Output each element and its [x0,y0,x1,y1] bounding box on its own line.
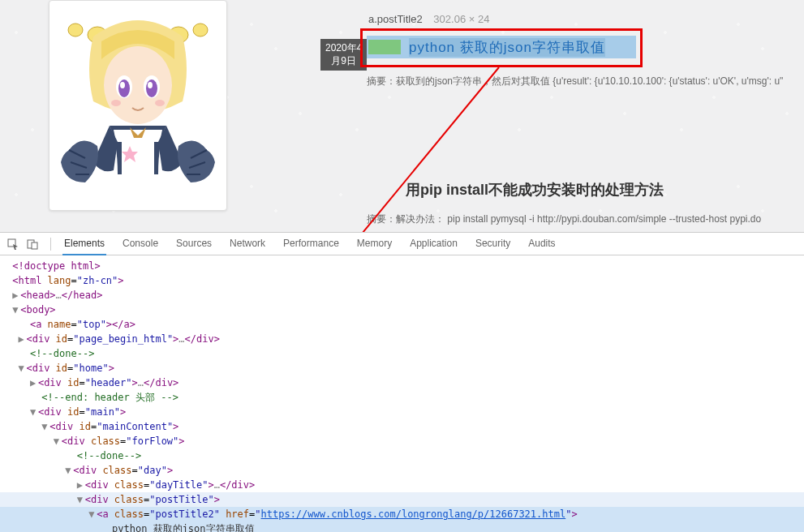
dom-day[interactable]: ▼<div class="day"> [0,463,804,478]
dom-header[interactable]: ▶<div id="header">…</div> [0,375,804,390]
devtools-toolbar: Elements Console Sources Network Perform… [0,233,804,255]
inspect-icon[interactable] [6,238,19,251]
dom-forflow[interactable]: ▼<div class="forFlow"> [0,434,804,448]
post2-title[interactable]: 用pip install不能成功安装时的处理方法 [406,180,664,200]
padding-overlay [368,40,401,54]
svg-point-6 [118,79,130,97]
tooltip-dimensions: 302.06 × 24 [433,13,489,25]
tab-security[interactable]: Security [474,233,512,255]
post-title-highlighted[interactable]: python 获取的json字符串取值 [367,36,636,58]
tab-elements[interactable]: Elements [62,233,106,255]
post1-title[interactable]: python 获取的json字符串取值 [409,38,605,57]
dom-home[interactable]: ▼<div id="home"> [0,361,804,375]
svg-point-12 [155,100,165,106]
tooltip-selector: a.postTitle2 [368,13,423,25]
svg-point-11 [111,100,121,106]
svg-point-3 [68,24,83,36]
tab-audits[interactable]: Audits [527,233,557,255]
dom-tree[interactable]: <!doctype html> <html lang="zh-cn"> ▶<he… [0,255,804,532]
dom-daytitle[interactable]: ▶<div class="dayTitle">…</div> [0,478,804,492]
svg-point-7 [120,82,125,88]
device-toggle-icon[interactable] [26,238,39,251]
dom-body[interactable]: ▼<body> [0,302,804,317]
inspector-tooltip: a.postTitle2 302.06 × 24 [368,13,489,25]
dom-a-top[interactable]: <a name="top"></a> [0,317,804,332]
tab-application[interactable]: Application [408,233,459,255]
devtools-tabs: Elements Console Sources Network Perform… [62,233,557,255]
post2-excerpt: 摘要：解决办法： pip install pymysql -i http://p… [367,212,761,226]
tab-memory[interactable]: Memory [355,233,393,255]
avatar-image [61,12,215,199]
svg-rect-18 [32,242,37,249]
dom-maincontent[interactable]: ▼<div id="mainContent"> [0,419,804,434]
dom-comment-done2[interactable]: <!--done--> [0,448,804,463]
dom-posttitle2-a[interactable]: ▼<a class="postTitle2" href="https://www… [0,507,804,521]
tab-performance[interactable]: Performance [282,233,341,255]
svg-point-4 [104,46,172,124]
tab-console[interactable]: Console [121,233,160,255]
tab-sources[interactable]: Sources [174,233,213,255]
dom-html[interactable]: <html lang="zh-cn"> [0,273,804,288]
svg-point-10 [148,82,153,88]
dom-posttitle[interactable]: ▼<div class="postTitle"> [0,492,804,507]
dom-main[interactable]: ▼<div id="main"> [0,405,804,419]
dom-head[interactable]: ▶<head>…</head> [0,288,804,302]
dom-a-text[interactable]: python 获取的json字符串取值 [0,521,804,532]
avatar-frame [49,0,227,211]
tab-network[interactable]: Network [228,233,267,255]
dom-doctype[interactable]: <!doctype html> [0,259,804,273]
divider [50,238,51,251]
date-line2: 月9日 [325,55,362,68]
svg-point-9 [146,79,157,97]
dom-page-begin[interactable]: ▶<div id="page_begin_html">…</div> [0,332,804,346]
svg-point-1 [193,24,208,36]
dom-comment-done[interactable]: <!--done--> [0,346,804,361]
dom-comment-header[interactable]: <!--end: header 头部 --> [0,390,804,405]
date-line1: 2020年4 [325,42,362,55]
post1-excerpt: 摘要：获取到的json字符串，然后对其取值 {u'result': {u'10.… [367,75,783,88]
